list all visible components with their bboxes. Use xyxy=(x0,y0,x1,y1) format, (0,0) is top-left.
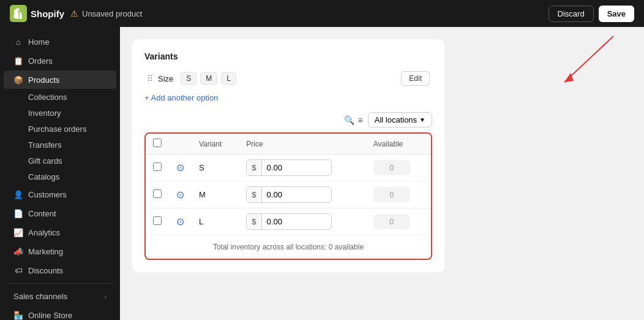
variant-m-icon: ⊙ xyxy=(176,189,184,200)
table-row: ⊙ M $ 0 xyxy=(146,181,431,208)
sidebar-item-products[interactable]: 📦 Products xyxy=(4,70,116,89)
row-l-icon: ⊙ xyxy=(169,208,192,235)
brand-name: shopify xyxy=(31,9,64,19)
toolbar-row: 🔍 ≡ All locations ▼ xyxy=(144,112,432,128)
row-s-check xyxy=(146,154,169,181)
variant-l-icon: ⊙ xyxy=(176,216,184,227)
edit-option-button[interactable]: Edit xyxy=(401,71,430,86)
option-name: Size xyxy=(158,74,173,83)
select-all-checkbox[interactable] xyxy=(153,139,162,147)
row-l-check xyxy=(146,208,169,235)
variant-col-header: Variant xyxy=(192,134,239,154)
price-input-wrap-l: $ xyxy=(246,213,332,230)
row-m-icon: ⊙ xyxy=(169,181,192,208)
sidebar-item-collections[interactable]: Collections xyxy=(4,90,116,105)
price-input-wrap-m: $ xyxy=(246,186,332,203)
sidebar-item-gift-cards-label: Gift cards xyxy=(28,156,62,166)
products-icon: 📦 xyxy=(13,75,23,85)
table-row: ⊙ S $ 0 xyxy=(146,154,431,181)
sidebar-item-analytics[interactable]: 📈 Analytics xyxy=(4,223,116,242)
row-l-price: $ xyxy=(239,208,365,235)
option-tags: S M L xyxy=(181,72,236,85)
sidebar-item-purchase-orders[interactable]: Purchase orders xyxy=(4,121,116,137)
price-col-header: Price xyxy=(239,134,365,154)
option-tag-s: S xyxy=(181,72,197,85)
available-box-l: 0 xyxy=(373,214,410,229)
price-input-m[interactable] xyxy=(262,187,311,202)
option-left: ⠿ Size S M L xyxy=(147,72,236,85)
sales-channels-header: Sales channels › xyxy=(4,288,116,305)
topbar-left: shopify ⚠ Unsaved product xyxy=(10,5,142,22)
expand-icon[interactable]: › xyxy=(104,293,107,300)
sidebar-item-purchase-orders-label: Purchase orders xyxy=(28,124,86,134)
icon-col-header xyxy=(169,134,192,154)
currency-m: $ xyxy=(247,187,261,202)
drag-handle-icon[interactable]: ⠿ xyxy=(147,74,153,83)
available-col-header: Available xyxy=(366,134,431,154)
analytics-icon: 📈 xyxy=(13,227,23,237)
available-box-s: 0 xyxy=(373,160,410,175)
row-m-check xyxy=(146,181,169,208)
price-input-l[interactable] xyxy=(262,214,311,229)
table-row: ⊙ L $ 0 xyxy=(146,208,431,235)
sidebar-item-catalogs-label: Catalogs xyxy=(28,172,59,181)
variants-table-wrapper: Variant Price Available ⊙ xyxy=(144,132,432,260)
sidebar-item-gift-cards[interactable]: Gift cards xyxy=(4,153,116,169)
sidebar-item-products-label: Products xyxy=(28,75,59,85)
sidebar-item-transfers-label: Transfers xyxy=(28,140,61,150)
sales-channels-label: Sales channels xyxy=(13,292,67,301)
row-s-checkbox[interactable] xyxy=(153,162,162,171)
discounts-icon: 🏷 xyxy=(13,265,23,275)
sidebar-item-marketing-label: Marketing xyxy=(28,247,63,256)
sidebar-item-online-store[interactable]: 🏪 Online Store xyxy=(4,306,116,320)
available-box-m: 0 xyxy=(373,187,410,202)
search-icon[interactable]: 🔍 xyxy=(344,115,354,125)
discard-button[interactable]: Discard xyxy=(549,6,594,22)
option-tag-m: M xyxy=(200,72,217,85)
customers-icon: 👤 xyxy=(13,189,23,199)
save-button[interactable]: Save xyxy=(599,6,634,22)
row-s-price: $ xyxy=(239,154,365,181)
sidebar-item-content[interactable]: 📄 Content xyxy=(4,204,116,223)
variants-card: Variants ⠿ Size S M L Edit + Add another… xyxy=(132,39,444,272)
option-row: ⠿ Size S M L Edit xyxy=(144,71,432,86)
row-l-checkbox[interactable] xyxy=(153,216,162,225)
filter-icon[interactable]: ≡ xyxy=(358,115,363,125)
sidebar-item-customers[interactable]: 👤 Customers xyxy=(4,185,116,204)
variants-table: Variant Price Available ⊙ xyxy=(146,134,431,235)
sidebar-divider xyxy=(7,283,113,284)
sidebar-item-home[interactable]: ⌂ Home xyxy=(4,32,116,51)
option-tag-l: L xyxy=(221,72,236,85)
sidebar-item-customers-label: Customers xyxy=(28,190,67,199)
sidebar-item-orders[interactable]: 📋 Orders xyxy=(4,51,116,70)
row-m-checkbox[interactable] xyxy=(153,189,162,198)
orders-icon: 📋 xyxy=(13,56,23,66)
topbar-right: Discard Save xyxy=(549,6,634,22)
location-dropdown[interactable]: All locations ▼ xyxy=(368,112,432,128)
unsaved-notice: ⚠ Unsaved product xyxy=(70,9,142,18)
row-l-available: 0 xyxy=(366,208,431,235)
sidebar-item-content-label: Content xyxy=(28,209,56,218)
svg-marker-1 xyxy=(564,73,574,82)
price-input-wrap-s: $ xyxy=(246,159,332,176)
row-m-name: M xyxy=(192,181,239,208)
sidebar-item-transfers[interactable]: Transfers xyxy=(4,137,116,153)
inventory-summary: Total inventory across all locations: 0 … xyxy=(146,235,431,259)
price-input-s[interactable] xyxy=(262,160,311,175)
row-m-available: 0 xyxy=(366,181,431,208)
content-icon: 📄 xyxy=(13,208,23,218)
sidebar-item-discounts[interactable]: 🏷 Discounts xyxy=(4,261,116,280)
main-layout: ⌂ Home 📋 Orders 📦 Products Collections I… xyxy=(0,27,644,320)
sidebar-item-online-store-label: Online Store xyxy=(28,311,72,320)
row-s-icon: ⊙ xyxy=(169,154,192,181)
toolbar-icons: 🔍 ≡ xyxy=(344,115,363,125)
row-s-name: S xyxy=(192,154,239,181)
sidebar-item-marketing[interactable]: 📣 Marketing xyxy=(4,242,116,261)
currency-s: $ xyxy=(247,160,261,175)
sidebar-item-collections-label: Collections xyxy=(28,93,67,102)
sidebar-item-inventory[interactable]: Inventory xyxy=(4,105,116,121)
warning-icon: ⚠ xyxy=(70,9,78,18)
sidebar-item-catalogs[interactable]: Catalogs xyxy=(4,169,116,185)
add-option-link[interactable]: + Add another option xyxy=(144,93,218,102)
row-s-available: 0 xyxy=(366,154,431,181)
